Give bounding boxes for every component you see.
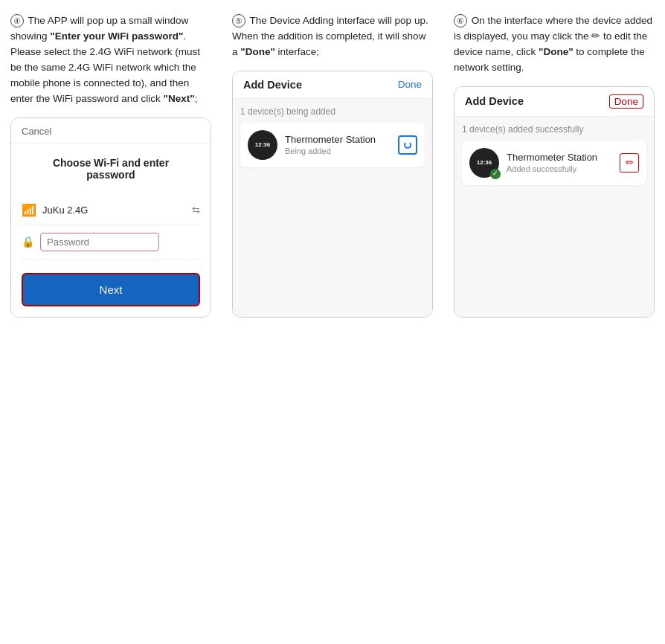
screen1-body: Choose Wi-Fi and enter password 📶 JuKu 2… <box>11 144 211 317</box>
device-name-added: Thermometer Station <box>507 152 620 163</box>
device-time-added: 12:36 <box>477 159 492 167</box>
device-card-added: 12:36 ✓ Thermometer Station Added succes… <box>462 141 646 185</box>
device-time-adding: 12:36 <box>255 141 270 149</box>
password-input[interactable] <box>40 233 159 251</box>
phone-mockup-2: Add Device Done 1 device(s) being added … <box>232 71 433 318</box>
phone-mockup-1: Cancel Choose Wi-Fi and enter password 📶… <box>10 117 211 318</box>
device-name-adding: Thermometer Station <box>285 134 398 145</box>
screen3-header: Add Device Done <box>454 87 654 117</box>
wifi-row: 📶 JuKu 2.4G ⇆ <box>22 196 200 225</box>
phone-mockup-3: Add Device Done 1 device(s) added succes… <box>454 86 655 318</box>
lock-icon: 🔒 <box>22 236 34 248</box>
wifi-name: JuKu 2.4G <box>42 205 192 216</box>
adding-spinner <box>398 135 417 155</box>
wifi-icon: 📶 <box>22 203 36 217</box>
column-1: ④ The APP will pop up a small window sho… <box>0 7 222 323</box>
wifi-arrows-icon: ⇆ <box>192 205 200 216</box>
step-text-2: ⑤ The Device Adding interface will pop u… <box>232 13 433 60</box>
added-status-label: 1 device(s) added successfully <box>462 124 646 135</box>
device-info-adding: Thermometer Station Being added <box>285 134 398 155</box>
step-number-1: ④ <box>10 14 24 28</box>
cancel-label[interactable]: Cancel <box>22 126 51 137</box>
step-text-1: ④ The APP will pop up a small window sho… <box>10 13 211 107</box>
device-card-adding: 12:36 Thermometer Station Being added <box>240 123 425 167</box>
device-info-added: Thermometer Station Added successfully <box>507 152 620 173</box>
column-2: ⑤ The Device Adding interface will pop u… <box>222 7 443 323</box>
bold-2: "Next" <box>164 93 195 104</box>
screen1-header: Cancel <box>11 118 211 144</box>
done-red-label[interactable]: Done <box>609 94 643 109</box>
adding-status-label: 1 device(s) being added <box>240 106 425 117</box>
password-row: 🔒 <box>22 225 200 260</box>
main-container: ④ The APP will pop up a small window sho… <box>0 0 665 331</box>
screen3-title: Add Device <box>465 95 524 107</box>
screen3-body: 1 device(s) added successfully 12:36 ✓ T… <box>454 117 654 317</box>
checkmark: ✓ <box>492 170 498 177</box>
device-icon-adding: 12:36 <box>248 130 277 160</box>
success-check-icon: ✓ <box>490 169 501 179</box>
screen2-title: Add Device <box>243 79 302 91</box>
step-number-3: ⑥ <box>454 14 467 28</box>
bold-3: "Done" <box>240 46 275 57</box>
screen2-header: Add Device Done <box>233 71 432 99</box>
column-3: ⑥ On the interface where the device adde… <box>443 7 665 323</box>
screen2-body: 1 device(s) being added 12:36 Thermomete… <box>233 99 432 317</box>
spinner-inner <box>404 141 411 149</box>
device-status-added: Added successfully <box>507 164 620 173</box>
screen1-title: Choose Wi-Fi and enter password <box>32 157 190 181</box>
device-status-adding: Being added <box>285 146 398 155</box>
bold-1: "Enter your WiFi password" <box>50 30 183 42</box>
device-icon-added: 12:36 ✓ <box>469 148 499 178</box>
next-button[interactable]: Next <box>22 273 200 306</box>
bold-4: "Done" <box>539 46 574 57</box>
edit-icon-button[interactable]: ✏ <box>620 153 639 173</box>
step-text-3: ⑥ On the interface where the device adde… <box>454 13 655 76</box>
pencil-icon: ✏ <box>626 157 634 168</box>
step-number-2: ⑤ <box>232 14 245 28</box>
done-blue-label[interactable]: Done <box>398 79 422 90</box>
